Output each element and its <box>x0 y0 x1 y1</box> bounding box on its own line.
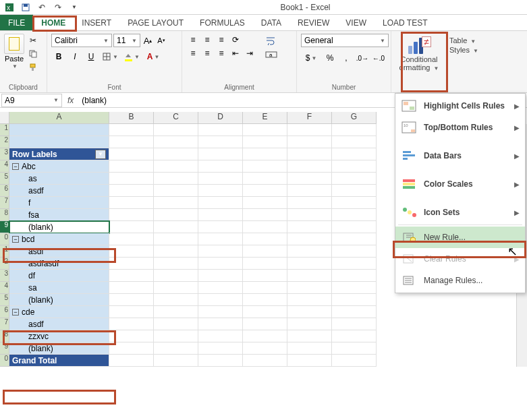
cell[interactable] <box>198 342 243 355</box>
number-format-select[interactable]: General▼ <box>301 34 389 47</box>
tab-data[interactable]: DATA <box>253 15 289 30</box>
cell[interactable] <box>243 209 287 221</box>
cell[interactable] <box>243 124 287 136</box>
cell[interactable] <box>332 221 377 233</box>
cell[interactable] <box>332 173 377 185</box>
paste-button[interactable]: Paste ▼ <box>4 34 24 69</box>
underline-button[interactable]: U <box>84 50 99 63</box>
cell[interactable] <box>332 270 377 282</box>
copy-icon[interactable] <box>27 49 39 59</box>
cell[interactable] <box>287 330 332 342</box>
cell[interactable] <box>287 148 332 160</box>
menu-highlight-cells-rules[interactable]: Highlight Cells Rules ▶ <box>395 95 525 117</box>
col-header-E[interactable]: E <box>243 112 287 124</box>
cell[interactable] <box>9 136 109 148</box>
select-all-corner[interactable] <box>0 112 9 124</box>
tab-formulas[interactable]: FORMULAS <box>192 15 253 30</box>
cell[interactable] <box>109 282 154 294</box>
grow-font-icon[interactable]: A▴ <box>142 34 154 47</box>
fill-color-button[interactable]: ▼ <box>121 50 142 63</box>
cell[interactable] <box>243 185 287 197</box>
cell[interactable] <box>109 306 154 318</box>
tab-page-layout[interactable]: PAGE LAYOUT <box>119 15 192 30</box>
col-header-A[interactable]: A <box>9 112 109 124</box>
row-header[interactable]: 7 <box>0 318 9 330</box>
cell[interactable] <box>243 318 287 330</box>
cell[interactable] <box>332 233 377 245</box>
decrease-indent-icon[interactable]: ⇤ <box>229 47 242 59</box>
cell[interactable] <box>198 209 243 221</box>
cell[interactable]: asdfasdf <box>9 258 109 270</box>
cell[interactable] <box>243 282 287 294</box>
cell[interactable] <box>332 355 377 367</box>
menu-new-rule[interactable]: New Rule... <box>395 227 525 248</box>
cell[interactable] <box>287 160 332 173</box>
cell[interactable] <box>287 294 332 306</box>
cell[interactable] <box>154 209 198 221</box>
row-header[interactable]: 3 <box>0 148 9 160</box>
cell[interactable] <box>332 245 377 258</box>
cell[interactable] <box>198 148 243 160</box>
cell[interactable] <box>332 306 377 318</box>
cell[interactable] <box>109 124 154 136</box>
cell[interactable] <box>109 221 154 233</box>
cell[interactable] <box>287 355 332 367</box>
wrap-text-button[interactable] <box>263 34 279 47</box>
cell[interactable] <box>154 233 198 245</box>
cell[interactable] <box>198 355 243 367</box>
cell[interactable] <box>154 160 198 173</box>
cell[interactable] <box>154 318 198 330</box>
bold-button[interactable]: B <box>51 50 66 63</box>
cell[interactable] <box>109 233 154 245</box>
cell[interactable] <box>109 318 154 330</box>
format-as-table-button[interactable]: Table ▼ <box>449 36 478 44</box>
excel-icon[interactable]: x <box>3 1 16 13</box>
row-header[interactable]: 2 <box>0 258 9 270</box>
cell[interactable] <box>243 148 287 160</box>
filter-dropdown-icon[interactable]: ▼ <box>95 150 106 159</box>
cell[interactable] <box>243 342 287 355</box>
cell[interactable] <box>243 330 287 342</box>
percent-button[interactable]: % <box>323 51 337 65</box>
row-header[interactable]: 3 <box>0 270 9 282</box>
pivot-header[interactable]: Row Labels▼ <box>9 148 109 160</box>
cell[interactable] <box>154 185 198 197</box>
cell[interactable]: (blank) <box>9 294 109 306</box>
tab-load-test[interactable]: LOAD TEST <box>375 15 435 30</box>
row-header[interactable]: 4 <box>0 160 9 173</box>
cell[interactable] <box>154 258 198 270</box>
cell[interactable] <box>109 148 154 160</box>
cell[interactable] <box>243 294 287 306</box>
cell[interactable] <box>109 270 154 282</box>
cell[interactable] <box>287 209 332 221</box>
cell[interactable] <box>109 160 154 173</box>
cell[interactable] <box>198 197 243 209</box>
cell[interactable]: asdf <box>9 318 109 330</box>
cell[interactable] <box>154 270 198 282</box>
menu-top-bottom-rules[interactable]: 10 Top/Bottom Rules ▶ <box>395 117 525 138</box>
cell[interactable] <box>154 221 198 233</box>
tab-review[interactable]: REVIEW <box>289 15 337 30</box>
align-top-icon[interactable]: ≡ <box>186 34 200 46</box>
font-size-select[interactable]: 11▼ <box>113 34 140 47</box>
align-bottom-icon[interactable]: ≡ <box>215 34 228 46</box>
pivot-group-cde[interactable]: −cde <box>9 306 109 318</box>
cell[interactable] <box>109 294 154 306</box>
menu-manage-rules[interactable]: Manage Rules... <box>395 270 525 291</box>
cell[interactable] <box>198 282 243 294</box>
cell[interactable] <box>109 173 154 185</box>
cell[interactable] <box>154 355 198 367</box>
undo-icon[interactable]: ↶ <box>35 1 49 13</box>
cell[interactable]: fsa <box>9 209 109 221</box>
row-header[interactable]: 5 <box>0 173 9 185</box>
cell[interactable] <box>287 245 332 258</box>
cell[interactable] <box>287 221 332 233</box>
cell[interactable] <box>198 233 243 245</box>
cell[interactable] <box>154 197 198 209</box>
tab-home[interactable]: HOME <box>33 15 74 30</box>
pivot-group-abc[interactable]: −Abc <box>9 160 109 173</box>
comma-button[interactable]: , <box>339 51 354 65</box>
cell[interactable] <box>198 221 243 233</box>
cell[interactable] <box>198 124 243 136</box>
cell[interactable] <box>154 173 198 185</box>
